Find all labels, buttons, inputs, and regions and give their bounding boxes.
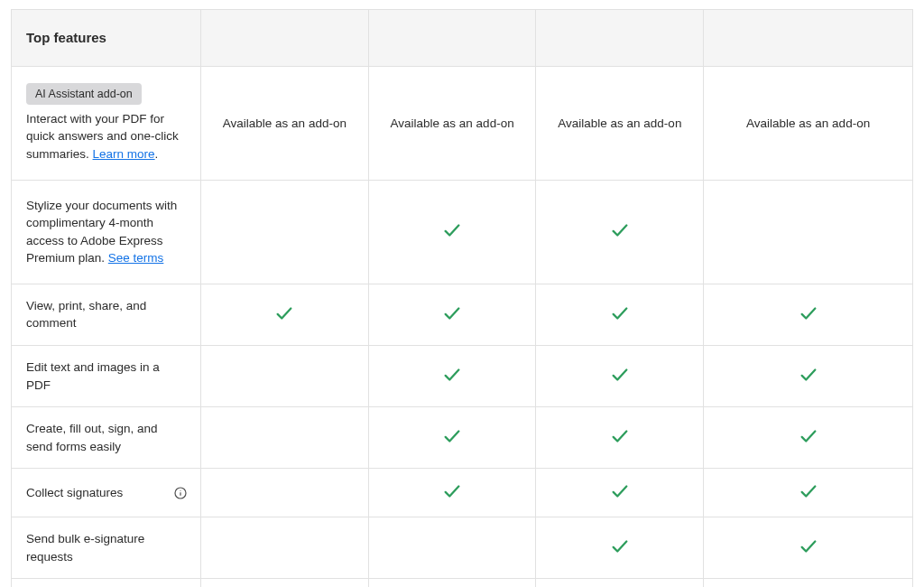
checkmark-icon — [274, 312, 294, 326]
checkmark-icon — [610, 435, 630, 449]
table-row: Admin tools to manage teams — [12, 579, 913, 587]
checkmark-icon — [610, 312, 630, 326]
checkmark-icon — [610, 374, 630, 387]
plan-cell — [368, 517, 536, 579]
checkmark-icon — [799, 435, 818, 449]
plan-cell — [704, 180, 913, 284]
plan-cell — [368, 469, 536, 517]
plan-cell: Available as an add-on — [368, 66, 536, 180]
table-row: Send bulk e-signature requests — [12, 517, 913, 579]
plan-cell — [536, 284, 704, 345]
feature-label-cell: Edit text and images in a PDF — [12, 345, 201, 406]
plan-cell — [704, 469, 913, 517]
plan-cell — [536, 180, 704, 284]
checkmark-icon — [442, 435, 462, 449]
feature-description: View, print, share, and comment — [26, 299, 146, 331]
header-features: Top features — [12, 10, 201, 67]
checkmark-icon — [799, 374, 818, 387]
checkmark-icon — [442, 490, 462, 504]
feature-description: Collect signatures — [26, 486, 123, 499]
plan-cell — [368, 284, 536, 345]
feature-label-cell: Stylize your documents with complimentar… — [12, 180, 201, 284]
feature-description: Send bulk e-signature requests — [26, 532, 144, 564]
plan-cell — [368, 407, 536, 469]
table-row: View, print, share, and comment — [12, 284, 913, 345]
plan-cell — [536, 345, 704, 406]
feature-label-cell: Create, fill out, sign, and send forms e… — [12, 407, 201, 469]
feature-badge: AI Assistant add-on — [26, 83, 142, 105]
plan-cell: Available as an add-on — [201, 66, 369, 180]
plan-cell — [201, 517, 369, 579]
feature-label-cell: Admin tools to manage teams — [12, 579, 201, 587]
plan-cell — [201, 345, 369, 406]
plan-cell — [201, 579, 369, 587]
feature-label-cell: Send bulk e-signature requests — [12, 517, 201, 579]
plan-cell — [536, 517, 704, 579]
checkmark-icon — [799, 545, 818, 559]
table-row: Collect signatures — [12, 469, 913, 517]
feature-link[interactable]: Learn more — [93, 147, 155, 161]
checkmark-icon — [442, 312, 462, 326]
feature-description: Create, fill out, sign, and send forms e… — [26, 422, 158, 453]
checkmark-icon — [442, 374, 462, 387]
feature-label-cell: View, print, share, and comment — [12, 284, 201, 345]
feature-link[interactable]: See terms — [108, 251, 164, 265]
plan-cell — [704, 284, 913, 345]
table-header-row: Top features — [12, 10, 913, 67]
plan-cell — [536, 579, 704, 587]
plan-cell — [536, 469, 704, 517]
plan-cell — [536, 407, 704, 469]
table-row: Stylize your documents with complimentar… — [12, 180, 913, 284]
plan-cell: Available as an add-on — [536, 66, 704, 180]
table-row: Edit text and images in a PDF — [12, 345, 913, 406]
checkmark-icon — [610, 490, 630, 504]
info-icon[interactable] — [173, 486, 188, 500]
plan-cell — [704, 579, 913, 587]
header-plan-2 — [368, 10, 536, 67]
table-row: AI Assistant add-onInteract with your PD… — [12, 66, 913, 180]
svg-point-2 — [180, 489, 180, 490]
plan-cell — [368, 180, 536, 284]
header-plan-4 — [704, 10, 913, 67]
plan-cell — [201, 407, 369, 469]
plan-cell — [201, 469, 369, 517]
feature-label-cell: AI Assistant add-onInteract with your PD… — [12, 66, 201, 180]
plan-cell — [201, 284, 369, 345]
header-plan-3 — [536, 10, 704, 67]
checkmark-icon — [799, 490, 818, 504]
checkmark-icon — [799, 312, 818, 326]
header-plan-1 — [201, 10, 369, 67]
feature-comparison-table: Top features AI Assistant add-onInteract… — [11, 9, 913, 587]
checkmark-icon — [610, 229, 630, 243]
plan-cell — [368, 345, 536, 406]
plan-cell — [704, 407, 913, 469]
feature-label-cell: Collect signatures — [12, 469, 201, 517]
table-row: Create, fill out, sign, and send forms e… — [12, 407, 913, 469]
plan-cell — [704, 517, 913, 579]
checkmark-icon — [610, 545, 630, 559]
plan-cell: Available as an add-on — [704, 66, 913, 180]
plan-cell — [201, 180, 369, 284]
plan-cell — [704, 345, 913, 406]
plan-cell — [368, 579, 536, 587]
feature-description: Edit text and images in a PDF — [26, 360, 160, 392]
checkmark-icon — [442, 229, 462, 243]
